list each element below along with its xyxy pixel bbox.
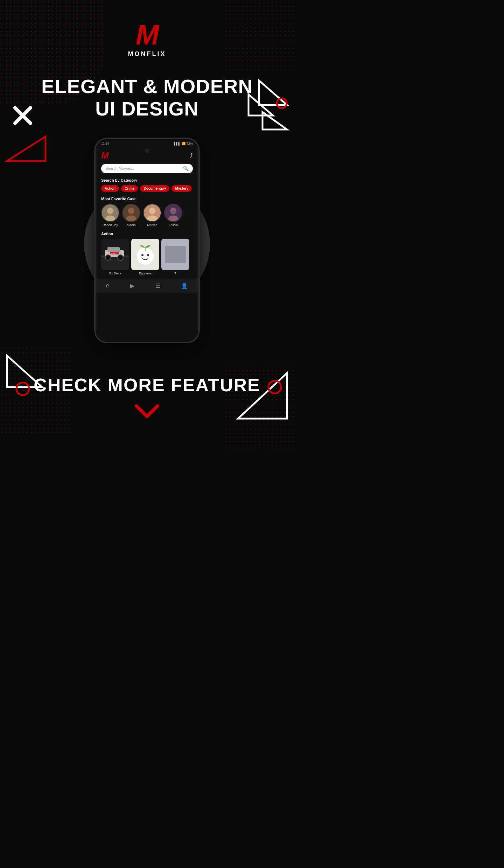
movie-title-exdrifts: Ex Drifts bbox=[101, 272, 129, 275]
logo-section: M MONFLIX bbox=[0, 0, 294, 58]
cast-avatar-martin bbox=[122, 204, 140, 222]
movies-row: Mobil 1 Ex Drifts bbox=[96, 239, 198, 279]
bottom-section: CHECK MORE FEATURE bbox=[0, 357, 294, 444]
nav-list-icon[interactable]: ☰ bbox=[155, 282, 160, 289]
svg-rect-39 bbox=[165, 246, 186, 263]
movie-thumb-exdrifts: Mobil 1 bbox=[101, 239, 129, 270]
cast-avatar-felicia bbox=[164, 204, 182, 222]
svg-point-36 bbox=[147, 254, 149, 256]
camera-notch bbox=[145, 149, 149, 153]
phone-wrapper: 11:24 ▌▌▌ 📶 52% M ⤴ Search Movies... 🔍 bbox=[94, 138, 200, 343]
cast-name-monica: Monica bbox=[147, 223, 157, 227]
cast-name-martin: Martin bbox=[127, 223, 135, 227]
svg-point-35 bbox=[141, 254, 144, 256]
status-time: 11:24 bbox=[101, 142, 109, 145]
movies-section-title: Action bbox=[96, 232, 198, 239]
cast-row: Robert Joy Martin bbox=[96, 204, 198, 232]
movie-card-exdrifts[interactable]: Mobil 1 Ex Drifts bbox=[101, 239, 129, 275]
headline: ELEGANT & MODERN UI DESIGN bbox=[21, 75, 273, 120]
signal-icon: ▌▌▌ bbox=[174, 142, 181, 145]
movie-title-third: T bbox=[161, 272, 189, 275]
phone-frame: 11:24 ▌▌▌ 📶 52% M ⤴ Search Movies... 🔍 bbox=[94, 138, 200, 343]
svg-point-21 bbox=[170, 208, 176, 214]
svg-rect-28 bbox=[107, 247, 120, 252]
search-placeholder: Search Movies... bbox=[105, 166, 183, 170]
phone-screen: 11:24 ▌▌▌ 📶 52% M ⤴ Search Movies... 🔍 bbox=[96, 139, 198, 342]
svg-point-29 bbox=[105, 255, 111, 260]
cast-item-monica[interactable]: Monica bbox=[143, 204, 161, 227]
chip-action[interactable]: Action bbox=[101, 185, 119, 192]
cast-item-felicia[interactable]: Felicia bbox=[164, 204, 182, 227]
status-right: ▌▌▌ 📶 52% bbox=[174, 142, 193, 145]
headline-line1: ELEGANT & MODERN bbox=[21, 75, 273, 98]
cast-name-robert: Robert Joy bbox=[103, 223, 118, 227]
cast-avatar-monica bbox=[143, 204, 161, 222]
svg-point-18 bbox=[149, 208, 155, 214]
phone-section: 11:24 ▌▌▌ 📶 52% M ⤴ Search Movies... 🔍 bbox=[0, 131, 294, 357]
battery-level: 52% bbox=[187, 142, 193, 145]
movie-thumb-eggtama bbox=[131, 239, 159, 270]
app-header-logo: M bbox=[101, 150, 109, 161]
search-icon: 🔍 bbox=[183, 166, 189, 171]
chevron-down-container[interactable] bbox=[14, 402, 280, 423]
svg-point-15 bbox=[128, 208, 134, 214]
nav-profile-icon[interactable]: 👤 bbox=[181, 282, 188, 289]
category-chips: Action Crime Documentary Mystery bbox=[96, 185, 198, 197]
svg-point-12 bbox=[107, 208, 113, 214]
cast-item-robert[interactable]: Robert Joy bbox=[101, 204, 119, 227]
svg-rect-23 bbox=[170, 211, 176, 212]
movie-card-third[interactable]: T bbox=[161, 239, 189, 275]
headline-line2: UI DESIGN bbox=[21, 98, 273, 120]
bottom-nav: ⌂ ▶ ☰ 👤 bbox=[96, 279, 198, 293]
status-bar: 11:24 ▌▌▌ 📶 52% bbox=[96, 139, 198, 147]
cast-avatar-robert bbox=[101, 204, 119, 222]
chip-crime[interactable]: Crime bbox=[121, 185, 138, 192]
category-section-title: Search by Category bbox=[96, 178, 198, 185]
cta-text: CHECK MORE FEATURE bbox=[14, 374, 280, 396]
svg-text:Mobil 1: Mobil 1 bbox=[111, 252, 116, 254]
movie-card-eggtama[interactable]: Eggtama bbox=[131, 239, 159, 275]
app-name: MONFLIX bbox=[128, 50, 166, 58]
logo-letter: M bbox=[136, 21, 159, 49]
svg-point-30 bbox=[118, 255, 123, 260]
movie-thumb-third bbox=[161, 239, 189, 270]
cast-item-martin[interactable]: Martin bbox=[122, 204, 140, 227]
wifi-icon: 📶 bbox=[182, 142, 186, 145]
search-bar[interactable]: Search Movies... 🔍 bbox=[101, 164, 193, 173]
headline-section: ELEGANT & MODERN UI DESIGN bbox=[0, 58, 294, 131]
nav-home-icon[interactable]: ⌂ bbox=[106, 282, 110, 289]
nav-play-icon[interactable]: ▶ bbox=[130, 282, 134, 289]
logout-icon[interactable]: ⤴ bbox=[190, 152, 193, 159]
chip-documentary[interactable]: Documentary bbox=[140, 185, 169, 192]
chevron-down-icon bbox=[133, 402, 161, 423]
cast-name-felicia: Felicia bbox=[169, 223, 178, 227]
movie-title-eggtama: Eggtama bbox=[131, 272, 159, 275]
chip-mystery[interactable]: Mystery bbox=[172, 185, 192, 192]
cast-section-title: Most Favorite Cast bbox=[96, 197, 198, 204]
